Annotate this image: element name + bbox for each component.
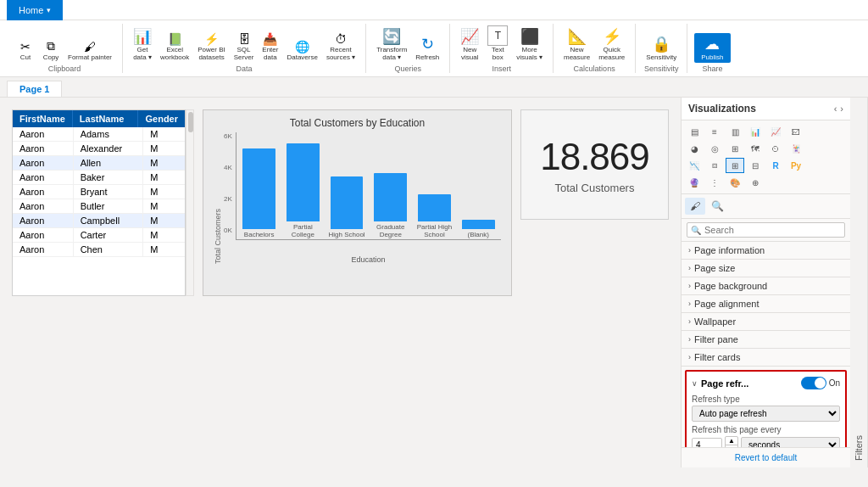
viz-icon-ai[interactable]: 🔮 [685,175,704,190]
panel-title: Visualizations [688,103,756,115]
sql-server-button[interactable]: 🗄 SQLServer [231,31,258,63]
refresh-type-select[interactable]: Auto page refresh [692,406,840,422]
page-refresh-panel: ∨ Page refr... On Refresh type [685,370,847,447]
panel-forward-icon[interactable]: › [840,104,843,114]
cut-button[interactable]: ✂ Cut [14,38,37,63]
transform-data-button[interactable]: 🔄 Transformdata ▾ [373,25,410,63]
page-info-section[interactable]: › Page information [682,242,850,260]
bar[interactable] [242,148,275,229]
viz-icon-clustered-bar[interactable]: ≡ [705,124,724,139]
page-background-section[interactable]: › Page background [682,277,850,295]
viz-icon-slicer[interactable]: ⧈ [705,158,724,173]
page-refresh-toggle[interactable] [801,377,826,389]
panel-back-icon[interactable]: ‹ [834,104,837,114]
refresh-interval-input[interactable] [692,438,722,447]
viz-icon-table[interactable]: ⊞ [726,158,744,173]
get-data-button[interactable]: 📊 Getdata ▾ [130,25,155,63]
bar[interactable] [331,176,364,229]
home-tab[interactable]: Home ▾ [7,0,63,20]
enter-data-button[interactable]: 📥 Enterdata [259,31,281,63]
viz-icon-line[interactable]: 📈 [766,124,785,139]
tab-bar: Page 1 [0,77,868,98]
publish-button[interactable]: ☁ Publish [694,33,730,63]
filters-sidebar[interactable]: Filters [850,98,868,467]
insert-group: 📈 Newvisual T Textbox ⬛ Morevisuals ▾ In… [450,24,554,73]
more-visuals-button[interactable]: ⬛ Morevisuals ▾ [513,25,546,63]
table-row: Aaron Carter M [13,228,185,243]
bar[interactable] [418,194,451,221]
bar[interactable] [374,173,407,221]
table-row: Aaron Campbell M [13,214,185,228]
quick-measure-button[interactable]: ⚡ Quickmeasure [595,25,628,63]
filter-cards-section[interactable]: › Filter cards [682,349,850,367]
copy-button[interactable]: ⧉ Copy [39,37,63,63]
bar-group: Bachelors [240,148,279,239]
viz-icon-r-visual[interactable]: R [766,158,785,173]
viz-search-input[interactable] [704,225,841,235]
x-axis-label: Education [236,255,501,264]
format-icon[interactable]: 🖌 [685,198,705,215]
share-group: ☁ Publish Share [687,24,737,73]
analytics-icon[interactable]: 🔍 [707,198,727,215]
viz-icon-decomp[interactable]: ⋮ [705,175,724,190]
page-tab[interactable]: Page 1 [7,81,62,97]
wallpaper-section[interactable]: › Wallpaper [682,313,850,331]
page-refresh-header[interactable]: ∨ Page refr... [692,378,748,389]
bar-group: Partial College [284,143,323,239]
viz-icon-stacked-col[interactable]: ▥ [726,124,744,139]
bar[interactable] [462,220,495,229]
bar-label: Partial College [292,223,314,239]
viz-icon-format[interactable]: 🎨 [726,175,744,190]
filter-pane-section[interactable]: › Filter pane [682,331,850,349]
excel-workbook-button[interactable]: 📗 Excelworkbook [157,31,192,63]
bar-label: Graduate Degree [376,223,404,239]
refresh-button[interactable]: ↻ Refresh [412,33,442,63]
viz-icon-py-visual[interactable]: Py [787,158,805,173]
clipboard-group: ✂ Cut ⧉ Copy 🖌 Format painter Clipboard [7,24,123,73]
chevron-right-icon: › [688,246,691,255]
viz-icon-treemap[interactable]: ⊞ [726,141,744,156]
viz-icon-donut[interactable]: ◎ [705,141,724,156]
chevron-right-icon: › [688,282,691,290]
table-row: Aaron Alexander M [13,142,185,156]
chevron-right-icon: › [688,264,691,272]
new-visual-button[interactable]: 📈 Newvisual [457,25,482,63]
y-tick: 0K [224,227,232,234]
y-axis-label: Total Customers [214,132,222,264]
bar[interactable] [287,143,320,221]
viz-icon-stacked-bar[interactable]: ▤ [685,124,704,139]
page-size-section[interactable]: › Page size [682,260,850,277]
refresh-unit-select[interactable]: seconds [741,437,840,447]
viz-icon-matrix[interactable]: ⊟ [746,158,765,173]
table-scrollbar[interactable] [186,109,194,296]
y-tick: 2K [224,195,232,203]
kpi-value: 18.869 [540,136,649,178]
refresh-interval-label: Refresh this page every [692,425,840,434]
viz-icon-more[interactable]: ⊕ [746,175,765,190]
bar-label: (Blank) [467,231,488,239]
viz-icon-gauge[interactable]: ⏲ [766,141,785,156]
page-alignment-section[interactable]: › Page alignment [682,295,850,313]
col-header-firstname: FirstName [13,110,73,127]
chevron-right-icon: › [688,299,691,308]
bar-label: Bachelors [244,231,275,239]
new-measure-button[interactable]: 📐 Newmeasure [560,25,593,63]
viz-icon-area[interactable]: 🗠 [787,124,805,139]
format-painter-button[interactable]: 🖌 Format painter [64,38,115,63]
viz-icon-pie[interactable]: ◕ [685,141,704,156]
viz-icon-card[interactable]: 🃏 [787,141,805,156]
sensitivity-button[interactable]: 🔒 Sensitivity [643,33,680,63]
revert-default-button[interactable]: Revert to default [682,447,850,467]
text-box-button[interactable]: T Textbox [484,24,511,63]
viz-icon-clustered-col[interactable]: 📊 [746,124,765,139]
viz-icon-map[interactable]: 🗺 [746,141,765,156]
recent-sources-button[interactable]: ⏱ Recentsources ▾ [323,31,359,63]
calculations-group: 📐 Newmeasure ⚡ Quickmeasure Calculations [554,24,636,73]
toggle-label: On [829,378,840,388]
refresh-interval-stepper[interactable]: ▲ ▼ [725,436,738,447]
visualizations-panel: Visualizations ‹ › ▤ ≡ ▥ 📊 📈 🗠 [681,98,850,467]
viz-icon-kpi[interactable]: 📉 [685,158,704,173]
power-bi-datasets-button[interactable]: ⚡ Power BIdatasets [194,31,228,63]
dataverse-button[interactable]: 🌐 Dataverse [283,38,320,63]
table-visual: FirstName LastName Gender Aaron Adams M … [12,109,186,296]
